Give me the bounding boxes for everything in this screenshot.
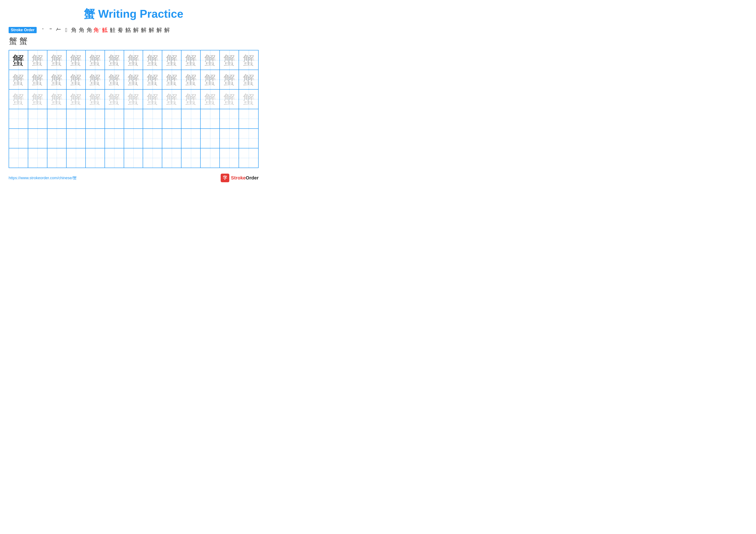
grid-cell-r3-c4[interactable]: 蟹 [67, 89, 86, 109]
grid-cell-r1-c4[interactable]: 蟹 [67, 50, 86, 69]
grid-cell-r1-c9[interactable]: 蟹 [162, 50, 181, 69]
grid-cell-r5-c3[interactable] [47, 129, 67, 148]
grid-cell-r1-c7[interactable]: 蟹 [124, 50, 143, 69]
grid-cell-r3-c7[interactable]: 蟹 [124, 89, 143, 109]
grid-cell-r1-c11[interactable]: 蟹 [201, 50, 220, 69]
grid-cell-r4-c7[interactable] [124, 109, 143, 128]
grid-cell-r2-c8[interactable]: 蟹 [143, 70, 162, 89]
grid-cell-r4-c8[interactable] [143, 109, 162, 128]
grid-cell-r5-c4[interactable] [67, 129, 86, 148]
stroke-char-17: 解 [163, 27, 171, 33]
grid-cell-r6-c8[interactable] [143, 148, 162, 167]
grid-cell-r4-c9[interactable] [162, 109, 181, 128]
grid-cell-r2-c11[interactable]: 蟹 [201, 70, 220, 89]
grid-cell-r3-c1[interactable]: 蟹 [9, 89, 28, 109]
stroke-char-13: 解 [132, 27, 140, 33]
grid-cell-r4-c6[interactable] [105, 109, 124, 128]
grid-cell-r3-c6[interactable]: 蟹 [105, 89, 124, 109]
grid-cell-r2-c3[interactable]: 蟹 [47, 70, 67, 89]
stroke-char-7: 角 [86, 27, 93, 33]
grid-cell-r6-c13[interactable] [239, 148, 258, 167]
grid-cell-r2-c13[interactable]: 蟹 [239, 70, 258, 89]
stroke-order-badge: Stroke Order [9, 27, 37, 33]
grid-cell-r4-c12[interactable] [220, 109, 239, 128]
grid-cell-r1-c1[interactable]: 蟹 [9, 50, 28, 69]
grid-cell-r5-c2[interactable] [28, 129, 47, 148]
grid-cell-r5-c6[interactable] [105, 129, 124, 148]
grid-cell-r2-c4[interactable]: 蟹 [67, 70, 86, 89]
grid-cell-r4-c2[interactable] [28, 109, 47, 128]
footer-logo-icon: 字 [221, 174, 229, 182]
grid-cell-r2-c6[interactable]: 蟹 [105, 70, 124, 89]
grid-cell-r1-c13[interactable]: 蟹 [239, 50, 258, 69]
grid-cell-r2-c10[interactable]: 蟹 [181, 70, 201, 89]
grid-cell-r2-c1[interactable]: 蟹 [9, 70, 28, 89]
grid-row-1: 蟹 蟹 蟹 蟹 蟹 蟹 蟹 蟹 蟹 蟹 蟹 蟹 蟹 [9, 50, 258, 70]
stroke-char-4: 𠂇 [63, 27, 70, 33]
grid-cell-r6-c6[interactable] [105, 148, 124, 167]
grid-cell-r2-c9[interactable]: 蟹 [162, 70, 181, 89]
grid-cell-r5-c13[interactable] [239, 129, 258, 148]
grid-cell-r3-c3[interactable]: 蟹 [47, 89, 67, 109]
grid-cell-r1-c8[interactable]: 蟹 [143, 50, 162, 69]
grid-cell-r2-c7[interactable]: 蟹 [124, 70, 143, 89]
grid-cell-r4-c3[interactable] [47, 109, 67, 128]
grid-row-5 [9, 129, 258, 148]
grid-cell-r2-c5[interactable]: 蟹 [86, 70, 105, 89]
grid-cell-r6-c9[interactable] [162, 148, 181, 167]
grid-cell-r4-c11[interactable] [201, 109, 220, 128]
grid-cell-r4-c1[interactable] [9, 109, 28, 128]
grid-cell-r6-c2[interactable] [28, 148, 47, 167]
grid-cell-r3-c11[interactable]: 蟹 [201, 89, 220, 109]
grid-cell-r1-c10[interactable]: 蟹 [181, 50, 201, 69]
grid-cell-r1-c12[interactable]: 蟹 [220, 50, 239, 69]
grid-cell-r1-c2[interactable]: 蟹 [28, 50, 47, 69]
grid-cell-r5-c12[interactable] [220, 129, 239, 148]
grid-cell-r3-c13[interactable]: 蟹 [239, 89, 258, 109]
grid-cell-r1-c3[interactable]: 蟹 [47, 50, 67, 69]
grid-cell-r6-c7[interactable] [124, 148, 143, 167]
grid-cell-r6-c5[interactable] [86, 148, 105, 167]
footer-url[interactable]: https://www.strokeorder.com/chinese/蟹 [9, 175, 77, 181]
stroke-char-16: 解 [156, 27, 163, 33]
grid-cell-r3-c12[interactable]: 蟹 [220, 89, 239, 109]
grid-cell-r5-c5[interactable] [86, 129, 105, 148]
grid-cell-r3-c10[interactable]: 蟹 [181, 89, 201, 109]
grid-row-6 [9, 148, 258, 167]
grid-cell-r2-c12[interactable]: 蟹 [220, 70, 239, 89]
main-character: 蟹 [12, 54, 24, 66]
stroke-bottom-char-1: 蟹 [9, 36, 17, 46]
grid-cell-r3-c5[interactable]: 蟹 [86, 89, 105, 109]
stroke-char-6: 角 [78, 27, 85, 33]
stroke-char-10: 觟 [109, 27, 116, 33]
grid-cell-r6-c11[interactable] [201, 148, 220, 167]
grid-cell-r6-c3[interactable] [47, 148, 67, 167]
footer: https://www.strokeorder.com/chinese/蟹 字 … [9, 174, 258, 182]
grid-cell-r2-c2[interactable]: 蟹 [28, 70, 47, 89]
stroke-char-5: 角 [70, 27, 78, 33]
grid-cell-r6-c12[interactable] [220, 148, 239, 167]
grid-cell-r5-c7[interactable] [124, 129, 143, 148]
grid-cell-r4-c5[interactable] [86, 109, 105, 128]
practice-grid: 蟹 蟹 蟹 蟹 蟹 蟹 蟹 蟹 蟹 蟹 蟹 蟹 蟹 蟹 蟹 蟹 蟹 蟹 蟹 蟹 … [9, 50, 258, 168]
grid-cell-r6-c4[interactable] [67, 148, 86, 167]
grid-row-4 [9, 109, 258, 129]
stroke-char-12: 觡 [124, 27, 132, 33]
grid-cell-r5-c8[interactable] [143, 129, 162, 148]
footer-logo: 字 StrokeOrder [221, 174, 258, 182]
grid-cell-r1-c6[interactable]: 蟹 [105, 50, 124, 69]
footer-logo-text: StrokeOrder [231, 175, 258, 181]
grid-cell-r5-c1[interactable] [9, 129, 28, 148]
grid-cell-r4-c13[interactable] [239, 109, 258, 128]
grid-cell-r1-c5[interactable]: 蟹 [86, 50, 105, 69]
grid-cell-r5-c9[interactable] [162, 129, 181, 148]
grid-cell-r6-c1[interactable] [9, 148, 28, 167]
grid-cell-r5-c10[interactable] [181, 129, 201, 148]
grid-cell-r3-c9[interactable]: 蟹 [162, 89, 181, 109]
grid-cell-r6-c10[interactable] [181, 148, 201, 167]
grid-cell-r3-c8[interactable]: 蟹 [143, 89, 162, 109]
grid-cell-r5-c11[interactable] [201, 129, 220, 148]
grid-cell-r4-c4[interactable] [67, 109, 86, 128]
grid-cell-r4-c10[interactable] [181, 109, 201, 128]
grid-cell-r3-c2[interactable]: 蟹 [28, 89, 47, 109]
